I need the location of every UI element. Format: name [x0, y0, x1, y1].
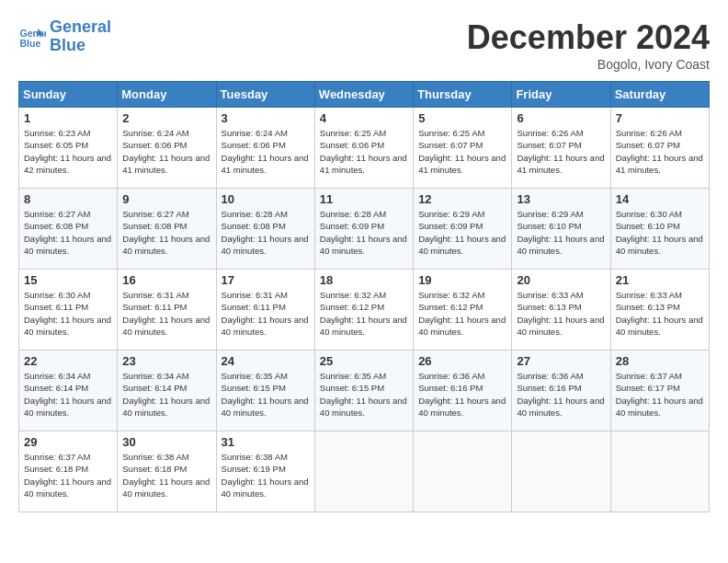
day-detail: Sunrise: 6:31 AM Sunset: 6:11 PM Dayligh…	[222, 289, 310, 338]
day-detail: Sunrise: 6:24 AM Sunset: 6:06 PM Dayligh…	[122, 127, 210, 176]
day-detail: Sunrise: 6:35 AM Sunset: 6:15 PM Dayligh…	[222, 370, 310, 419]
day-number: 27	[517, 354, 605, 368]
day-detail: Sunrise: 6:30 AM Sunset: 6:10 PM Dayligh…	[616, 208, 704, 257]
day-cell: 31 Sunrise: 6:38 AM Sunset: 6:19 PM Dayl…	[216, 431, 314, 512]
week-row-1: 1 Sunrise: 6:23 AM Sunset: 6:05 PM Dayli…	[19, 108, 710, 189]
day-number: 16	[122, 273, 210, 287]
day-cell: 8 Sunrise: 6:27 AM Sunset: 6:08 PM Dayli…	[19, 189, 118, 270]
day-detail: Sunrise: 6:30 AM Sunset: 6:11 PM Dayligh…	[24, 289, 112, 338]
day-detail: Sunrise: 6:27 AM Sunset: 6:08 PM Dayligh…	[24, 208, 112, 257]
day-detail: Sunrise: 6:37 AM Sunset: 6:18 PM Dayligh…	[24, 451, 112, 500]
calendar-header-row: SundayMondayTuesdayWednesdayThursdayFrid…	[19, 82, 710, 108]
header-monday: Monday	[118, 82, 216, 108]
day-cell: 3 Sunrise: 6:24 AM Sunset: 6:06 PM Dayli…	[216, 108, 314, 189]
day-cell: 23 Sunrise: 6:34 AM Sunset: 6:14 PM Dayl…	[118, 350, 216, 431]
day-cell: 20 Sunrise: 6:33 AM Sunset: 6:13 PM Dayl…	[512, 270, 610, 350]
day-number: 31	[222, 435, 310, 449]
day-number: 8	[24, 192, 112, 206]
day-detail: Sunrise: 6:24 AM Sunset: 6:06 PM Dayligh…	[222, 127, 310, 176]
day-cell: 7 Sunrise: 6:26 AM Sunset: 6:07 PM Dayli…	[610, 108, 709, 189]
day-cell: 25 Sunrise: 6:35 AM Sunset: 6:15 PM Dayl…	[314, 350, 413, 431]
day-cell: 12 Sunrise: 6:29 AM Sunset: 6:09 PM Dayl…	[414, 189, 512, 270]
header-sunday: Sunday	[19, 82, 118, 108]
day-cell: 17 Sunrise: 6:31 AM Sunset: 6:11 PM Dayl…	[216, 270, 314, 350]
header-friday: Friday	[512, 82, 610, 108]
day-cell: 16 Sunrise: 6:31 AM Sunset: 6:11 PM Dayl…	[118, 270, 216, 350]
day-cell: 29 Sunrise: 6:37 AM Sunset: 6:18 PM Dayl…	[19, 431, 118, 512]
day-number: 3	[222, 111, 310, 125]
day-cell: 19 Sunrise: 6:32 AM Sunset: 6:12 PM Dayl…	[414, 270, 512, 350]
day-detail: Sunrise: 6:23 AM Sunset: 6:05 PM Dayligh…	[24, 127, 112, 176]
day-cell: 6 Sunrise: 6:26 AM Sunset: 6:07 PM Dayli…	[512, 108, 610, 189]
day-detail: Sunrise: 6:25 AM Sunset: 6:06 PM Dayligh…	[320, 127, 408, 176]
day-number: 9	[122, 192, 210, 206]
header-tuesday: Tuesday	[216, 82, 314, 108]
day-cell	[414, 431, 512, 512]
day-number: 4	[320, 111, 408, 125]
day-cell: 30 Sunrise: 6:38 AM Sunset: 6:18 PM Dayl…	[118, 431, 216, 512]
day-number: 1	[24, 111, 112, 125]
day-number: 6	[517, 111, 605, 125]
day-detail: Sunrise: 6:27 AM Sunset: 6:08 PM Dayligh…	[122, 208, 210, 257]
day-number: 12	[418, 192, 506, 206]
day-cell: 24 Sunrise: 6:35 AM Sunset: 6:15 PM Dayl…	[216, 350, 314, 431]
day-detail: Sunrise: 6:32 AM Sunset: 6:12 PM Dayligh…	[418, 289, 506, 338]
week-row-2: 8 Sunrise: 6:27 AM Sunset: 6:08 PM Dayli…	[19, 189, 710, 270]
day-detail: Sunrise: 6:25 AM Sunset: 6:07 PM Dayligh…	[418, 127, 506, 176]
title-block: December 2024 Bogolo, Ivory Coast	[467, 18, 710, 72]
day-cell: 18 Sunrise: 6:32 AM Sunset: 6:12 PM Dayl…	[314, 270, 413, 350]
day-cell: 11 Sunrise: 6:28 AM Sunset: 6:09 PM Dayl…	[314, 189, 413, 270]
day-cell: 21 Sunrise: 6:33 AM Sunset: 6:13 PM Dayl…	[610, 270, 709, 350]
day-detail: Sunrise: 6:26 AM Sunset: 6:07 PM Dayligh…	[616, 127, 704, 176]
day-cell	[512, 431, 610, 512]
day-cell: 10 Sunrise: 6:28 AM Sunset: 6:08 PM Dayl…	[216, 189, 314, 270]
day-detail: Sunrise: 6:33 AM Sunset: 6:13 PM Dayligh…	[517, 289, 605, 338]
day-detail: Sunrise: 6:36 AM Sunset: 6:16 PM Dayligh…	[517, 370, 605, 419]
day-detail: Sunrise: 6:31 AM Sunset: 6:11 PM Dayligh…	[122, 289, 210, 338]
day-number: 29	[24, 435, 112, 449]
day-cell: 4 Sunrise: 6:25 AM Sunset: 6:06 PM Dayli…	[314, 108, 413, 189]
day-cell: 27 Sunrise: 6:36 AM Sunset: 6:16 PM Dayl…	[512, 350, 610, 431]
day-number: 21	[616, 273, 704, 287]
page-header: General Blue GeneralBlue December 2024 B…	[18, 18, 710, 72]
day-number: 5	[418, 111, 506, 125]
day-cell: 22 Sunrise: 6:34 AM Sunset: 6:14 PM Dayl…	[19, 350, 118, 431]
day-number: 28	[616, 354, 704, 368]
day-number: 26	[418, 354, 506, 368]
day-detail: Sunrise: 6:29 AM Sunset: 6:09 PM Dayligh…	[418, 208, 506, 257]
day-number: 13	[517, 192, 605, 206]
day-cell: 28 Sunrise: 6:37 AM Sunset: 6:17 PM Dayl…	[610, 350, 709, 431]
week-row-3: 15 Sunrise: 6:30 AM Sunset: 6:11 PM Dayl…	[19, 270, 710, 350]
day-cell: 9 Sunrise: 6:27 AM Sunset: 6:08 PM Dayli…	[118, 189, 216, 270]
day-detail: Sunrise: 6:36 AM Sunset: 6:16 PM Dayligh…	[418, 370, 506, 419]
day-number: 30	[122, 435, 210, 449]
header-wednesday: Wednesday	[314, 82, 413, 108]
day-number: 7	[616, 111, 704, 125]
logo-text: GeneralBlue	[50, 18, 111, 55]
svg-text:Blue: Blue	[20, 37, 41, 48]
day-detail: Sunrise: 6:28 AM Sunset: 6:08 PM Dayligh…	[222, 208, 310, 257]
day-detail: Sunrise: 6:28 AM Sunset: 6:09 PM Dayligh…	[320, 208, 408, 257]
day-cell	[610, 431, 709, 512]
day-cell: 2 Sunrise: 6:24 AM Sunset: 6:06 PM Dayli…	[118, 108, 216, 189]
day-detail: Sunrise: 6:38 AM Sunset: 6:19 PM Dayligh…	[222, 451, 310, 500]
day-detail: Sunrise: 6:34 AM Sunset: 6:14 PM Dayligh…	[122, 370, 210, 419]
day-number: 23	[122, 354, 210, 368]
day-cell: 13 Sunrise: 6:29 AM Sunset: 6:10 PM Dayl…	[512, 189, 610, 270]
day-cell: 15 Sunrise: 6:30 AM Sunset: 6:11 PM Dayl…	[19, 270, 118, 350]
day-number: 17	[222, 273, 310, 287]
day-cell: 1 Sunrise: 6:23 AM Sunset: 6:05 PM Dayli…	[19, 108, 118, 189]
day-detail: Sunrise: 6:38 AM Sunset: 6:18 PM Dayligh…	[122, 451, 210, 500]
day-detail: Sunrise: 6:34 AM Sunset: 6:14 PM Dayligh…	[24, 370, 112, 419]
calendar-table: SundayMondayTuesdayWednesdayThursdayFrid…	[18, 81, 710, 512]
day-number: 20	[517, 273, 605, 287]
location: Bogolo, Ivory Coast	[467, 57, 710, 72]
week-row-4: 22 Sunrise: 6:34 AM Sunset: 6:14 PM Dayl…	[19, 350, 710, 431]
week-row-5: 29 Sunrise: 6:37 AM Sunset: 6:18 PM Dayl…	[19, 431, 710, 512]
day-number: 24	[222, 354, 310, 368]
day-detail: Sunrise: 6:33 AM Sunset: 6:13 PM Dayligh…	[616, 289, 704, 338]
day-cell: 5 Sunrise: 6:25 AM Sunset: 6:07 PM Dayli…	[414, 108, 512, 189]
day-cell	[314, 431, 413, 512]
day-number: 22	[24, 354, 112, 368]
day-detail: Sunrise: 6:32 AM Sunset: 6:12 PM Dayligh…	[320, 289, 408, 338]
